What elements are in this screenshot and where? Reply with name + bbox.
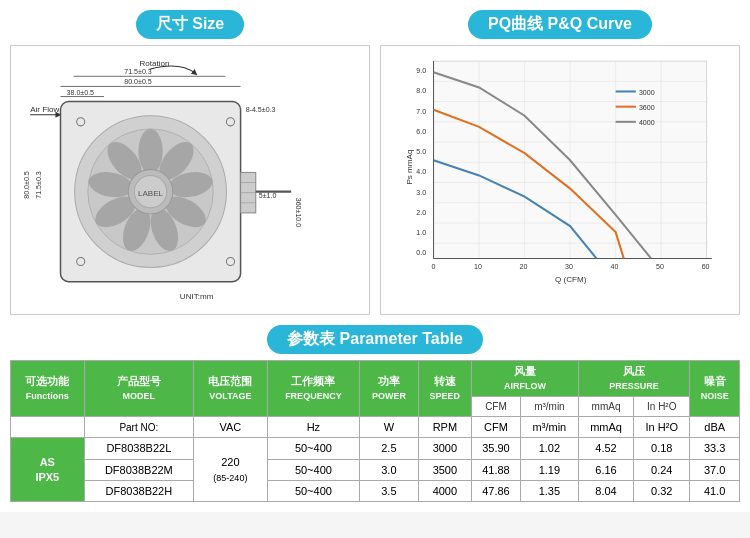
svg-text:1.0: 1.0 xyxy=(416,229,426,237)
speed-h: 4000 xyxy=(418,480,471,501)
svg-text:LABEL: LABEL xyxy=(138,189,164,198)
svg-text:3.0: 3.0 xyxy=(416,189,426,197)
svg-text:71.5±0.3: 71.5±0.3 xyxy=(124,68,152,76)
svg-text:2.0: 2.0 xyxy=(416,209,426,217)
svg-text:4000: 4000 xyxy=(639,119,655,127)
svg-text:3600: 3600 xyxy=(639,104,655,112)
unit-power: W xyxy=(360,416,419,437)
size-header: 尺寸 Size xyxy=(10,10,370,39)
svg-text:UNIT:mm: UNIT:mm xyxy=(180,292,214,301)
inh2o-l: 0.18 xyxy=(634,438,690,459)
voltage-all: 220(85-240) xyxy=(194,438,268,502)
col-speed: 转速SPEED xyxy=(418,361,471,417)
svg-text:0: 0 xyxy=(432,263,436,271)
svg-text:0.0: 0.0 xyxy=(416,249,426,257)
col-mmaq: mmAq xyxy=(578,396,633,416)
col-power: 功率POWER xyxy=(360,361,419,417)
diagram-area: Air Flow Rotation xyxy=(10,45,370,315)
unit-speed: RPM xyxy=(418,416,471,437)
cfm-l: 35.90 xyxy=(472,438,521,459)
mmaq-h: 8.04 xyxy=(578,480,633,501)
size-title: 尺寸 Size xyxy=(136,10,244,39)
model-h: DF8038B22H xyxy=(84,480,193,501)
svg-text:4.0: 4.0 xyxy=(416,168,426,176)
unit-cfm: CFM xyxy=(472,416,521,437)
svg-text:6.0: 6.0 xyxy=(416,128,426,136)
svg-text:8-4.5±0.3: 8-4.5±0.3 xyxy=(246,106,276,114)
freq-h: 50~400 xyxy=(267,480,359,501)
svg-text:50: 50 xyxy=(656,263,664,271)
svg-text:Q (CFM): Q (CFM) xyxy=(555,275,587,284)
chart-area: Ps mmAq 9.0 8.0 7.0 6.0 5.0 4.0 3.0 2.0 … xyxy=(380,45,740,315)
size-section: 尺寸 Size Air Flow xyxy=(10,10,370,315)
param-section: 参数表 Parameter Table 可选功能Functions 产品型号MO… xyxy=(10,325,740,502)
top-section: 尺寸 Size Air Flow xyxy=(10,10,740,315)
pq-title: PQ曲线 P&Q Curve xyxy=(468,10,652,39)
m3min-m: 1.19 xyxy=(520,459,578,480)
pq-section: PQ曲线 P&Q Curve Ps mmAq 9.0 8.0 7.0 6.0 5… xyxy=(380,10,740,315)
pq-header: PQ曲线 P&Q Curve xyxy=(380,10,740,39)
col-functions: 可选功能Functions xyxy=(11,361,85,417)
col-m3min: m³/min xyxy=(520,396,578,416)
fan-diagram: Air Flow Rotation xyxy=(16,51,364,309)
unit-functions xyxy=(11,416,85,437)
table-row: DF8038B22H 50~400 3.5 4000 47.86 1.35 8.… xyxy=(11,480,740,501)
svg-text:40: 40 xyxy=(611,263,619,271)
main-container: 尺寸 Size Air Flow xyxy=(0,0,750,512)
m3min-h: 1.35 xyxy=(520,480,578,501)
unit-dba: dBA xyxy=(690,416,740,437)
svg-text:8.0: 8.0 xyxy=(416,87,426,95)
svg-text:5±1.0: 5±1.0 xyxy=(259,192,277,200)
col-model: 产品型号MODEL xyxy=(84,361,193,417)
svg-text:38.0±0.5: 38.0±0.5 xyxy=(67,89,95,97)
svg-text:20: 20 xyxy=(520,263,528,271)
power-l: 2.5 xyxy=(360,438,419,459)
table-unit-row: Part NO: VAC Hz W RPM CFM m³/min mmAq In… xyxy=(11,416,740,437)
mmaq-l: 4.52 xyxy=(578,438,633,459)
speed-l: 3000 xyxy=(418,438,471,459)
svg-text:3000: 3000 xyxy=(639,89,655,97)
cfm-m: 41.88 xyxy=(472,459,521,480)
svg-text:30: 30 xyxy=(565,263,573,271)
freq-l: 50~400 xyxy=(267,438,359,459)
svg-text:Air Flow: Air Flow xyxy=(30,105,59,114)
speed-m: 3500 xyxy=(418,459,471,480)
col-noise: 噪音NOISE xyxy=(690,361,740,417)
table-header-row1: 可选功能Functions 产品型号MODEL 电压范围VOLTAGE 工作频率… xyxy=(11,361,740,397)
svg-text:7.0: 7.0 xyxy=(416,108,426,116)
dba-h: 41.0 xyxy=(690,480,740,501)
model-l: DF8038B22L xyxy=(84,438,193,459)
unit-mmaq: mmAq xyxy=(578,416,633,437)
power-m: 3.0 xyxy=(360,459,419,480)
unit-model: Part NO: xyxy=(84,416,193,437)
inh2o-m: 0.24 xyxy=(634,459,690,480)
m3min-l: 1.02 xyxy=(520,438,578,459)
col-airflow: 风量AIRFLOW xyxy=(472,361,579,397)
table-row: ASIPX5 DF8038B22L 220(85-240) 50~400 2.5… xyxy=(11,438,740,459)
unit-inh2o: In H²O xyxy=(634,416,690,437)
table-row: DF8038B22M 50~400 3.0 3500 41.88 1.19 6.… xyxy=(11,459,740,480)
col-cfm: CFM xyxy=(472,396,521,416)
unit-m3min: m³/min xyxy=(520,416,578,437)
unit-voltage: VAC xyxy=(194,416,268,437)
svg-text:80.0±0.5: 80.0±0.5 xyxy=(23,171,31,199)
svg-text:Ps mmAq: Ps mmAq xyxy=(405,150,414,185)
svg-text:360±10.0: 360±10.0 xyxy=(294,198,302,228)
unit-frequency: Hz xyxy=(267,416,359,437)
svg-text:10: 10 xyxy=(474,263,482,271)
functions-badge: ASIPX5 xyxy=(11,438,85,502)
svg-text:9.0: 9.0 xyxy=(416,67,426,75)
svg-text:Rotation: Rotation xyxy=(139,59,169,68)
col-voltage: 电压范围VOLTAGE xyxy=(194,361,268,417)
svg-text:80.0±0.5: 80.0±0.5 xyxy=(124,78,152,86)
inh2o-h: 0.32 xyxy=(634,480,690,501)
svg-text:5.0: 5.0 xyxy=(416,148,426,156)
dba-l: 33.3 xyxy=(690,438,740,459)
col-inh2o: In H²O xyxy=(634,396,690,416)
col-pressure: 风压PRESSURE xyxy=(578,361,689,397)
freq-m: 50~400 xyxy=(267,459,359,480)
svg-text:71.5±0.3: 71.5±0.3 xyxy=(35,171,43,199)
svg-point-13 xyxy=(138,129,162,174)
param-table: 可选功能Functions 产品型号MODEL 电压范围VOLTAGE 工作频率… xyxy=(10,360,740,502)
pq-chart: Ps mmAq 9.0 8.0 7.0 6.0 5.0 4.0 3.0 2.0 … xyxy=(386,51,734,309)
